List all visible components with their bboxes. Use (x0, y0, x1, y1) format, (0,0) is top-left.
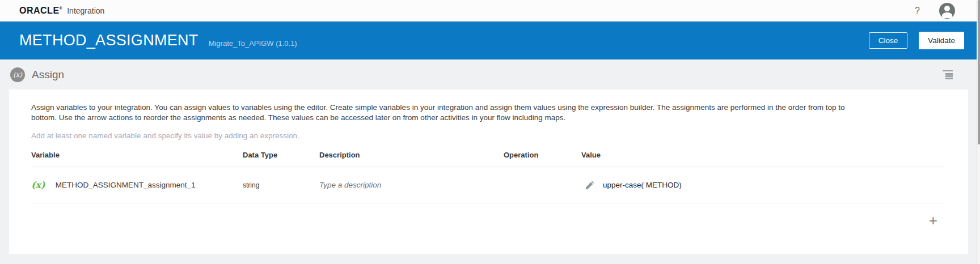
user-avatar[interactable] (939, 3, 955, 19)
assign-hint: Add at least one named variable and spec… (31, 131, 945, 140)
help-icon[interactable]: ? (915, 6, 920, 16)
section-title: Assign (32, 69, 64, 81)
variable-name[interactable]: METHOD_ASSIGNMENT_assignment_1 (56, 181, 196, 189)
product-name: Integration (67, 6, 104, 15)
col-header-operation: Operation (504, 151, 581, 159)
col-header-data-type: Data Type (243, 151, 319, 159)
assign-editor-card: Assign variables to your integration. Yo… (9, 90, 968, 254)
description-field[interactable]: Type a description (319, 181, 504, 189)
main-content: Assign variables to your integration. Yo… (0, 90, 980, 264)
page-header: METHOD_ASSIGNMENT Migrate_To_APIGW (1.0.… (0, 22, 980, 59)
col-header-variable: Variable (31, 151, 243, 159)
table-footer: + (31, 203, 945, 237)
table-row: (x) METHOD_ASSIGNMENT_assignment_1 strin… (31, 167, 945, 203)
validate-button[interactable]: Validate (919, 32, 964, 49)
menu-icon[interactable] (943, 70, 953, 79)
scrollbar-thumb[interactable] (978, 0, 980, 144)
close-button[interactable]: Close (869, 32, 908, 49)
integration-version: Migrate_To_APIGW (1.0.1) (209, 39, 297, 48)
avatar-person-icon-body (942, 12, 952, 18)
col-header-description: Description (319, 151, 504, 159)
oracle-logo: ORACLE® (19, 6, 62, 16)
top-bar: ORACLE® Integration ? (0, 0, 980, 22)
avatar-person-icon (944, 6, 950, 11)
assign-section-bar: (x) Assign (0, 59, 980, 90)
col-header-value: Value (581, 151, 945, 159)
page-title: METHOD_ASSIGNMENT (19, 32, 198, 49)
add-assignment-button[interactable]: + (929, 213, 937, 228)
registered-mark: ® (60, 6, 63, 10)
assignments-table: Variable Data Type Description Operation… (31, 151, 945, 237)
assign-x-icon: (x) (10, 67, 25, 82)
variable-data-type: string (243, 181, 319, 189)
expression-value[interactable]: upper-case( METHOD) (603, 181, 682, 189)
assign-description: Assign variables to your integration. Yo… (31, 103, 871, 122)
variable-x-icon: (x) (31, 180, 45, 190)
table-header-row: Variable Data Type Description Operation… (31, 151, 945, 167)
edit-expression-icon[interactable] (585, 180, 595, 190)
vertical-scrollbar[interactable] (977, 0, 980, 264)
